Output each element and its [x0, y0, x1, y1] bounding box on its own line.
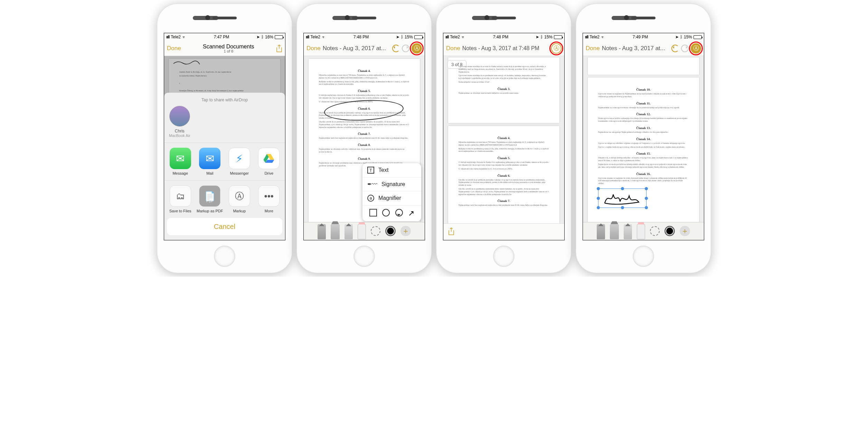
mail-icon: ✉︎: [199, 148, 220, 169]
tool-add-button[interactable]: ＋: [680, 226, 690, 236]
share-app-mail[interactable]: ✉︎ Mail: [196, 148, 224, 175]
doc-heading: Članak 11.: [598, 102, 689, 105]
more-icon: •••: [258, 185, 280, 207]
markup-toggle-button[interactable]: Ⓐ: [691, 43, 701, 54]
tool-pencil[interactable]: [345, 224, 353, 239]
markup-toggle-button[interactable]: Ⓐ: [551, 43, 562, 54]
menu-item-magnifier[interactable]: aMagnifier: [362, 191, 421, 205]
avatar: [169, 106, 190, 127]
menu-item-signature[interactable]: ✒︎〰Signature: [362, 177, 421, 191]
doc-heading: Članak 9.: [319, 157, 409, 160]
tool-pen[interactable]: [318, 224, 326, 239]
share-button[interactable]: [276, 45, 282, 52]
tool-pen[interactable]: [597, 224, 605, 239]
markup-toolbar: ＋: [583, 222, 704, 240]
signature-ink: [600, 190, 645, 206]
home-button[interactable]: [493, 246, 515, 267]
tool-eraser[interactable]: [358, 224, 366, 239]
tool-lasso[interactable]: [650, 226, 660, 236]
cancel-button[interactable]: Cancel: [167, 218, 282, 235]
done-button[interactable]: Done: [446, 45, 460, 52]
tool-lasso[interactable]: [371, 226, 380, 236]
nav-title: Notes - Aug 3, 2017 at...: [321, 45, 392, 52]
doc-heading: Članak 4.: [319, 69, 409, 73]
redo-button[interactable]: [681, 45, 689, 52]
pdf-icon: PDF📄: [199, 185, 220, 207]
wifi-icon: ᯤ: [182, 35, 187, 40]
redo-button[interactable]: [402, 45, 409, 52]
share-app-messenger[interactable]: ⚡︎ Messenger: [226, 148, 253, 175]
iphone-frame-2: ııllTele2ᯤ 7:48 PM ➤ᛒ15% Done Notes - Au…: [296, 3, 432, 273]
shape-square[interactable]: [369, 209, 377, 216]
tool-marker[interactable]: [331, 224, 340, 239]
doc-heading: Članak 16.: [598, 172, 689, 176]
share-app-message[interactable]: ✉︎ Message: [167, 148, 194, 175]
carrier-label: Tele2: [171, 35, 181, 39]
share-icon: [448, 228, 454, 235]
tool-color-picker[interactable]: [664, 226, 675, 236]
doc-heading: Članak 6.: [459, 174, 549, 177]
share-sheet: Tap to share with AirDrop Chris MacBook …: [164, 93, 285, 240]
nav-bar: Done Notes - Aug 3, 2017 at... Ⓐ: [583, 41, 704, 56]
menu-item-text[interactable]: TText: [362, 163, 421, 177]
tool-add-button[interactable]: ＋: [400, 226, 411, 236]
nav-bar: Done Notes - Aug 3, 2017 at 7:48 PM Ⓐ: [443, 41, 564, 56]
bottom-toolbar: [443, 223, 564, 240]
text-icon: T: [367, 167, 374, 174]
clock-label: 7:47 PM: [214, 35, 229, 39]
messages-icon: ✉︎: [170, 148, 191, 169]
messenger-icon: ⚡︎: [229, 148, 250, 169]
drive-icon: [258, 148, 280, 169]
action-more[interactable]: ••• More: [255, 185, 283, 213]
share-icon: [276, 45, 282, 52]
markup-icon: Ⓐ: [229, 185, 250, 207]
action-markup[interactable]: Ⓐ Markup: [226, 185, 253, 213]
bluetooth-icon: ᛒ: [261, 35, 264, 39]
tool-marker[interactable]: [610, 224, 619, 239]
tool-eraser[interactable]: [637, 224, 645, 239]
action-markup-as-pdf[interactable]: PDF📄 Markup as PDF: [196, 185, 224, 213]
markup-toolbar: ＋: [304, 222, 425, 240]
iphone-frame-3: ııllTele2ᯤ 7:48 PM ➤ᛒ15% Done Notes - Au…: [436, 3, 572, 273]
home-button[interactable]: [353, 246, 375, 267]
nav-title: Notes - Aug 3, 2017 at...: [600, 45, 671, 52]
doc-heading: Članak 4.: [459, 136, 549, 140]
share-app-drive[interactable]: Drive: [255, 148, 283, 175]
done-button[interactable]: Done: [586, 45, 600, 52]
status-bar: ııll Tele2 ᯤ 7:47 PM ➤ ᛒ 16%: [164, 33, 285, 41]
markup-toggle-button[interactable]: Ⓐ: [412, 43, 422, 54]
shape-arrow[interactable]: ↗: [408, 209, 414, 218]
undo-button[interactable]: [392, 45, 400, 52]
doc-heading: Članak 10.: [598, 88, 689, 91]
action-save-to-files[interactable]: 🗂︎ Save to Files: [167, 185, 194, 213]
home-button[interactable]: [214, 246, 235, 267]
tool-pencil[interactable]: [624, 224, 632, 239]
doc-heading: Članak 13.: [598, 126, 689, 130]
doc-heading: Članak 7.: [459, 199, 549, 203]
nav-title: Scanned Documents 1 of 8: [181, 44, 276, 53]
markup-add-menu: TText ✒︎〰Signature aMagnifier ↗: [362, 163, 421, 221]
iphone-frame-1: ııll Tele2 ᯤ 7:47 PM ➤ ᛒ 16% Done Scanne…: [157, 3, 292, 273]
shape-speech-bubble[interactable]: [395, 209, 403, 216]
magnifier-icon: a: [367, 195, 374, 202]
clock-label: 7:48 PM: [353, 35, 369, 39]
iphone-frame-4: ııllTele2ᯤ 7:49 PM ➤ᛒ15% Done Notes - Au…: [576, 3, 711, 273]
shape-circle[interactable]: [382, 209, 390, 216]
done-button[interactable]: Done: [306, 45, 321, 52]
clock-label: 7:48 PM: [493, 35, 509, 39]
page-counter: 1 of 8: [183, 49, 274, 53]
doc-heading: Članak 15.: [598, 152, 689, 155]
doc-heading: Članak 12.: [598, 112, 689, 116]
undo-button[interactable]: [671, 45, 679, 52]
location-icon: ➤: [256, 35, 260, 39]
home-button[interactable]: [633, 246, 654, 267]
status-bar: ııllTele2ᯤ 7:48 PM ➤ᛒ15%: [304, 33, 425, 41]
done-button[interactable]: Done: [167, 45, 181, 52]
clock-label: 7:49 PM: [633, 35, 648, 39]
airdrop-contact[interactable]: Chris MacBook Air: [169, 106, 190, 138]
share-button[interactable]: [448, 228, 454, 237]
contact-device: MacBook Air: [169, 133, 190, 138]
doc-heading: Članak 3.: [459, 87, 549, 91]
signature-selection-box[interactable]: [598, 188, 647, 208]
tool-color-picker[interactable]: [385, 226, 396, 236]
